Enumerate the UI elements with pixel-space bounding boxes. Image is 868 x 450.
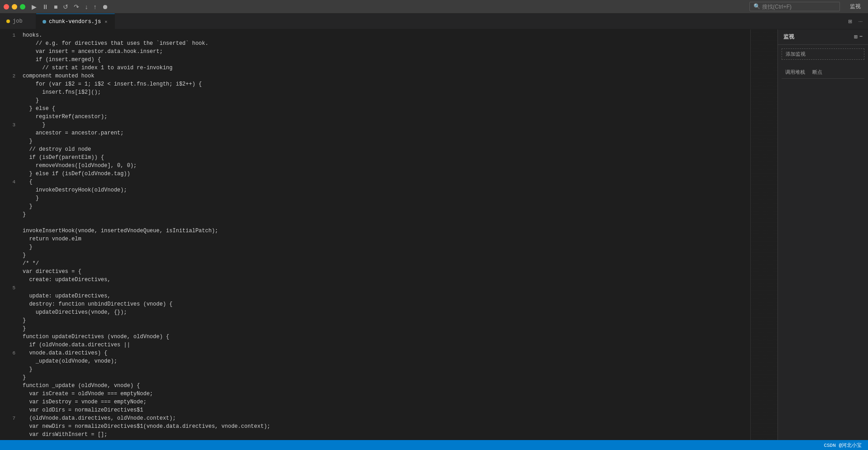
right-panel: 监视 ⊞ − 添加监视 调用堆栈 断点 xyxy=(777,29,868,440)
step-into-btn[interactable]: ↓ xyxy=(83,2,90,11)
line-number: 4 xyxy=(0,178,23,284)
tab-dot-job xyxy=(6,19,10,23)
line-number: 2 xyxy=(0,72,23,121)
table-row: 4 { invokeDestroyHook(oldVnode); } } } i… xyxy=(0,178,750,284)
search-input[interactable] xyxy=(762,4,836,10)
breakpoints-tab[interactable]: 断点 xyxy=(809,67,826,78)
tab-label-job: job xyxy=(13,18,23,24)
table-row: 1hooks. // e.g. for directives that uses… xyxy=(0,31,750,72)
minimap xyxy=(750,29,777,440)
panel-title: 监视 xyxy=(846,3,864,10)
tab-end-toolbar: ⊞ ··· xyxy=(843,14,868,29)
code-text: hooks. // e.g. for directives that uses … xyxy=(23,31,749,72)
search-icon: 🔍 xyxy=(754,3,760,10)
pause-btn[interactable]: ⏸ xyxy=(40,2,50,11)
debug-toolbar: ▶ ⏸ ■ ↺ ↷ ↓ ↑ ⏺ xyxy=(30,2,110,11)
step-out-btn[interactable]: ↑ xyxy=(91,2,98,11)
tab-bar: job chunk-vendors.js ✕ ⊞ ··· xyxy=(0,14,868,29)
status-bar: CSDN @河北小宝 xyxy=(0,440,868,450)
code-text: } ancestor = ancestor.parent; } // destr… xyxy=(23,121,749,178)
more-btn[interactable]: ··· xyxy=(857,18,864,25)
callstack-tab[interactable]: 调用堆栈 xyxy=(782,67,809,78)
table-row: 2component mounted hook for (var i$2 = 1… xyxy=(0,72,750,121)
line-number: 1 xyxy=(0,31,23,72)
title-bar: ▶ ⏸ ■ ↺ ↷ ↓ ↑ ⏺ 🔍 监视 xyxy=(0,0,868,14)
line-number: 5 xyxy=(0,284,23,349)
status-author[interactable]: CSDN @河北小宝 xyxy=(821,442,864,449)
table-row: 7 (oldVnode.data.directives, oldVnode.co… xyxy=(0,414,750,440)
code-text: (oldVnode.data.directives, oldVnode.cont… xyxy=(23,414,749,440)
code-text: component mounted hook for (var i$2 = 1;… xyxy=(23,72,749,121)
collapse-icon[interactable]: − xyxy=(859,34,863,40)
tab-dot-chunk xyxy=(43,20,46,24)
minimap-scroll[interactable] xyxy=(751,29,777,440)
add-monitor-btn[interactable]: 添加监视 xyxy=(782,48,864,60)
table-row: 6 vnode.data.directives) { _update(oldVn… xyxy=(0,349,750,414)
split-editor-btn[interactable]: ⊞ xyxy=(846,18,854,25)
line-number: 6 xyxy=(0,349,23,414)
code-text: { invokeDestroyHook(oldVnode); } } } inv… xyxy=(23,178,749,284)
monitor-title: 监视 xyxy=(783,33,794,41)
close-btn[interactable] xyxy=(4,4,9,10)
stop-btn[interactable]: ■ xyxy=(52,2,59,11)
editor-wrapper: 1hooks. // e.g. for directives that uses… xyxy=(0,29,777,440)
table-row: 3 } ancestor = ancestor.parent; } // des… xyxy=(0,121,750,178)
tab-close-btn[interactable]: ✕ xyxy=(104,19,108,24)
table-row: 5 update: updateDirectives, destroy: fun… xyxy=(0,284,750,349)
minimize-btn[interactable] xyxy=(12,4,17,10)
continue-btn[interactable]: ▶ xyxy=(30,2,38,11)
editor-area: 1hooks. // e.g. for directives that uses… xyxy=(0,29,777,440)
right-panel-content: 添加监视 调用堆栈 断点 xyxy=(778,45,868,440)
tab-job[interactable]: job xyxy=(0,14,36,29)
main-layout: 1hooks. // e.g. for directives that uses… xyxy=(0,29,868,440)
search-box: 🔍 xyxy=(749,2,840,11)
step-over-btn[interactable]: ↷ xyxy=(72,2,81,11)
code-text: update: updateDirectives, destroy: funct… xyxy=(23,284,749,349)
line-number: 7 xyxy=(0,414,23,440)
tab-label-chunk: chunk-vendors.js xyxy=(49,19,101,25)
code-container[interactable]: 1hooks. // e.g. for directives that uses… xyxy=(0,29,750,440)
debug-tabs: 调用堆栈 断点 xyxy=(782,67,864,79)
maximize-btn[interactable] xyxy=(20,4,25,10)
line-number: 3 xyxy=(0,121,23,178)
restart-btn[interactable]: ↺ xyxy=(61,2,70,11)
expand-icon[interactable]: ⊞ xyxy=(854,34,858,40)
record-btn[interactable]: ⏺ xyxy=(100,2,110,11)
code-text: vnode.data.directives) { _update(oldVnod… xyxy=(23,349,749,414)
tab-chunk-vendors[interactable]: chunk-vendors.js ✕ xyxy=(36,14,115,29)
right-panel-header: 监视 ⊞ − xyxy=(778,29,868,45)
right-panel-icons: ⊞ − xyxy=(854,34,863,40)
